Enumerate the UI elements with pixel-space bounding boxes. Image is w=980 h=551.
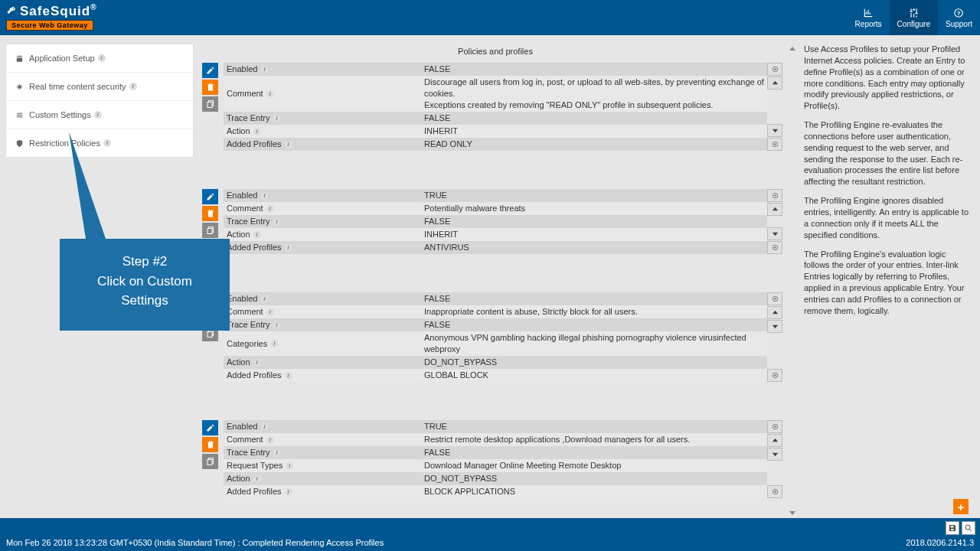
edit-button[interactable]: [202, 189, 218, 204]
clone-button[interactable]: [202, 454, 218, 469]
virus-icon: [15, 83, 24, 91]
info-icon: i: [253, 128, 261, 135]
info-icon: i: [270, 340, 278, 347]
info-icon: i: [285, 141, 292, 148]
delete-button[interactable]: [202, 206, 218, 221]
svg-point-27: [774, 426, 776, 428]
field-row: Action iDO_NOT_BYPASS: [224, 472, 767, 485]
clone-button[interactable]: [202, 326, 218, 341]
chart-icon: [863, 8, 874, 18]
policy-entry: Enabled iFALSEComment iInappropriate con…: [202, 292, 786, 382]
sliders-icon: [908, 8, 919, 18]
svg-point-17: [774, 247, 776, 249]
help-panel: Use Access Profiles to setup your Profil…: [798, 44, 972, 518]
svg-point-11: [774, 144, 776, 145]
move-down-button[interactable]: [767, 448, 782, 461]
move-up-button[interactable]: [767, 203, 782, 216]
sidebar-item-app-setup[interactable]: Application Setupi: [6, 44, 193, 73]
version-text: 2018.0206.2141.3: [906, 538, 974, 547]
info-icon: i: [98, 54, 106, 62]
target-button[interactable]: [767, 420, 782, 433]
svg-point-36: [965, 525, 970, 530]
delete-button[interactable]: [202, 80, 218, 95]
target-button[interactable]: [767, 369, 782, 382]
target-button[interactable]: [767, 292, 782, 305]
info-icon: i: [253, 475, 261, 483]
info-icon: i: [253, 231, 261, 239]
svg-rect-19: [207, 332, 212, 337]
move-up-button[interactable]: [767, 77, 782, 90]
target-button[interactable]: [767, 485, 782, 498]
wrench-icon: [6, 5, 18, 17]
move-up-button[interactable]: [767, 306, 782, 319]
svg-rect-25: [207, 460, 212, 465]
sliders-icon: [15, 111, 24, 119]
sidebar-item-custom[interactable]: Custom Settingsi: [6, 101, 193, 129]
footer: Mon Feb 26 2018 13:23:28 GMT+0530 (India…: [0, 518, 980, 551]
brand-logo: SafeSquid® Secure Web Gateway: [0, 0, 103, 31]
info-icon: i: [266, 436, 274, 444]
svg-point-21: [774, 298, 776, 300]
entries-list[interactable]: Enabled iFALSEComment iDiscourage all us…: [202, 63, 789, 518]
nav-reports[interactable]: Reports: [848, 0, 890, 35]
field-row: Enabled iTRUE: [224, 420, 767, 433]
target-button[interactable]: [767, 138, 782, 151]
move-down-button[interactable]: [767, 320, 782, 333]
move-down-button[interactable]: [767, 227, 782, 240]
top-nav: Reports Configure ? Support: [848, 0, 980, 35]
briefcase-icon: [15, 54, 24, 63]
field-row: Action iDO_NOT_BYPASS: [224, 356, 767, 369]
svg-point-4: [18, 114, 20, 116]
field-row: Enabled iFALSE: [224, 63, 767, 76]
info-icon: i: [260, 423, 268, 431]
info-icon: i: [94, 111, 102, 119]
field-row: Added Profiles iANTIVIRUS: [224, 241, 767, 254]
field-row: Added Profiles iGLOBAL BLOCK: [224, 369, 767, 382]
edit-button[interactable]: [202, 292, 218, 308]
svg-rect-13: [207, 229, 212, 234]
policy-entry: Enabled iFALSEComment iDiscourage all us…: [202, 63, 786, 151]
info-icon: i: [273, 218, 280, 226]
svg-point-23: [774, 375, 776, 377]
nav-support[interactable]: ? Support: [938, 0, 980, 35]
sidebar-item-realtime[interactable]: Real time content securityi: [6, 73, 193, 101]
target-button[interactable]: [767, 189, 782, 202]
delete-button[interactable]: [202, 437, 218, 452]
svg-rect-7: [207, 103, 212, 108]
help-icon: ?: [953, 8, 964, 18]
policy-entry: Enabled iTRUEComment iPotentially malwar…: [202, 189, 786, 254]
move-down-button[interactable]: [767, 124, 782, 137]
info-icon: i: [273, 321, 280, 329]
svg-point-9: [774, 69, 776, 70]
header: SafeSquid® Secure Web Gateway Reports Co…: [0, 0, 980, 35]
add-entry-button[interactable]: +: [953, 499, 969, 514]
field-row: Trace Entry iFALSE: [224, 112, 767, 125]
scroll-indicator: [789, 44, 798, 518]
field-row: Enabled iFALSE: [224, 292, 767, 305]
info-icon: i: [285, 372, 292, 380]
nav-configure[interactable]: Configure: [890, 0, 938, 35]
delete-button[interactable]: [202, 309, 218, 324]
save-button[interactable]: [946, 521, 959, 535]
info-icon: i: [253, 359, 261, 367]
clone-button[interactable]: [202, 223, 218, 238]
info-icon: i: [260, 66, 268, 73]
field-row: Added Profiles iREAD ONLY: [224, 138, 767, 151]
field-row: Trace Entry iFALSE: [224, 215, 767, 228]
target-button[interactable]: [767, 63, 782, 76]
move-up-button[interactable]: [767, 434, 782, 447]
status-text: Mon Feb 26 2018 13:23:28 GMT+0530 (India…: [6, 538, 384, 547]
edit-button[interactable]: [202, 63, 218, 78]
info-icon: i: [285, 244, 292, 252]
target-button[interactable]: [767, 241, 782, 254]
svg-point-29: [774, 491, 776, 493]
info-icon: i: [129, 83, 137, 90]
info-icon: i: [260, 295, 268, 303]
search-button[interactable]: [962, 521, 975, 535]
shield-icon: [15, 139, 24, 148]
info-icon: i: [273, 449, 280, 457]
edit-button[interactable]: [202, 420, 218, 435]
info-icon: i: [273, 115, 280, 122]
clone-button[interactable]: [202, 96, 218, 112]
sidebar-item-restriction[interactable]: Restriction Policiesi: [6, 129, 193, 157]
